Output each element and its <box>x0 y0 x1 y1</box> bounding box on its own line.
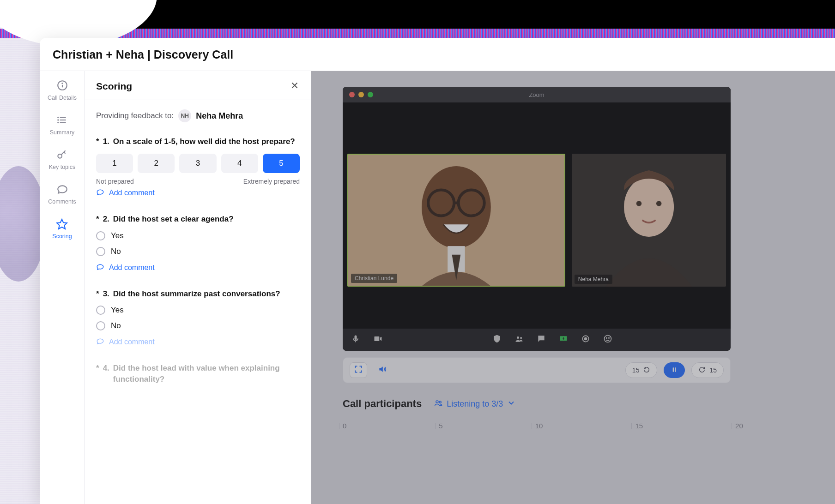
radio-option-no[interactable]: No <box>96 247 300 256</box>
share-screen-icon[interactable] <box>559 334 568 345</box>
tick-20: 20 <box>735 422 743 430</box>
avatar: NH <box>178 109 191 122</box>
listening-dropdown[interactable]: Listening to 3/3 <box>434 398 516 410</box>
list-icon <box>56 114 68 127</box>
participants-icon[interactable] <box>514 334 524 345</box>
participant-tile-neha: Neha Mehra <box>572 154 726 287</box>
radio-option-yes[interactable]: Yes <box>96 306 300 315</box>
sidebar-item-label: Summary <box>50 129 74 136</box>
app-card: Christian + Neha | Discovery Call Call D… <box>40 38 835 504</box>
svg-line-11 <box>64 152 66 154</box>
svg-point-32 <box>609 338 610 339</box>
volume-button[interactable] <box>374 362 391 378</box>
svg-point-25 <box>517 336 519 339</box>
radio-label: No <box>111 321 121 330</box>
window-close-icon[interactable] <box>349 92 355 97</box>
question-number: 1. <box>103 136 109 147</box>
bg-black-band <box>129 0 835 29</box>
sidebar-item-summary[interactable]: Summary <box>50 114 74 136</box>
skip-back-button[interactable]: 15 <box>625 362 658 378</box>
tick-10: 10 <box>535 422 543 430</box>
comment-icon <box>96 188 104 198</box>
window-minimize-icon[interactable] <box>358 92 364 97</box>
radio-option-no[interactable]: No <box>96 321 300 330</box>
sidebar-item-key-topics[interactable]: Key topics <box>49 149 76 170</box>
svg-rect-33 <box>673 367 674 372</box>
window-maximize-icon[interactable] <box>368 92 373 97</box>
people-icon <box>434 398 443 410</box>
microphone-icon[interactable] <box>351 334 360 345</box>
tick-15: 15 <box>635 422 643 430</box>
scale-labels: Not prepared Extremely prepared <box>96 178 300 185</box>
reactions-icon[interactable] <box>603 334 612 345</box>
scale-option-3[interactable]: 3 <box>179 154 216 173</box>
skip-forward-label: 15 <box>709 366 717 374</box>
question-text-row: * 2. Did the host set a clear agenda? <box>96 214 300 225</box>
scale-option-5[interactable]: 5 <box>263 154 300 173</box>
add-comment-button[interactable]: Add comment <box>96 263 300 273</box>
question-text-row: * 1. On a scale of 1-5, how well did the… <box>96 136 300 147</box>
participant-video-neha <box>572 154 726 287</box>
svg-point-31 <box>606 338 607 339</box>
question-text: Did the host lead with value when explai… <box>113 363 300 385</box>
question-text: On a scale of 1-5, how well did the host… <box>113 136 295 147</box>
key-icon <box>56 149 68 162</box>
sidebar-item-label: Key topics <box>49 164 76 170</box>
svg-point-30 <box>605 336 611 342</box>
svg-point-36 <box>439 401 441 403</box>
close-icon <box>290 84 300 92</box>
participants-title: Call participants <box>343 398 422 410</box>
scoring-header: Scoring <box>85 71 311 100</box>
svg-point-35 <box>436 401 438 403</box>
radio-label: Yes <box>111 306 124 315</box>
radio-label: No <box>111 247 121 256</box>
comment-icon <box>96 337 104 347</box>
add-comment-label: Add comment <box>109 338 155 346</box>
scoring-panel: Scoring Providing feedback to: NH Neha M… <box>85 71 311 504</box>
video-icon[interactable] <box>373 334 382 345</box>
svg-point-8 <box>58 122 59 123</box>
radio-label: Yes <box>111 231 124 240</box>
record-icon[interactable] <box>581 334 590 345</box>
svg-point-16 <box>422 166 491 248</box>
traffic-lights <box>349 92 373 97</box>
volume-icon <box>378 365 387 376</box>
pause-icon <box>671 366 678 375</box>
scale-option-1[interactable]: 1 <box>96 154 133 173</box>
required-asterisk: * <box>96 136 99 147</box>
question-number: 4. <box>103 363 109 385</box>
scale-option-2[interactable]: 2 <box>138 154 175 173</box>
question-text-row: * 4. Did the host lead with value when e… <box>96 363 300 385</box>
skip-back-icon <box>643 366 650 375</box>
radio-icon <box>96 231 105 240</box>
sidebar-item-comments[interactable]: Comments <box>48 183 76 205</box>
close-button[interactable] <box>290 80 300 92</box>
participant-tile-christian: Christian Lunde <box>347 154 565 287</box>
scoring-title: Scoring <box>96 81 132 92</box>
tick-0: 0 <box>343 422 346 430</box>
player-bar-right: 15 15 <box>625 362 724 378</box>
svg-point-26 <box>520 337 522 339</box>
fullscreen-icon <box>354 365 363 376</box>
chat-icon[interactable] <box>537 334 546 345</box>
pause-button[interactable] <box>664 362 685 378</box>
svg-point-7 <box>58 120 59 120</box>
skip-forward-icon <box>698 366 706 375</box>
sidebar-item-call-details[interactable]: Call Details <box>48 79 77 101</box>
skip-forward-button[interactable]: 15 <box>691 362 724 378</box>
add-comment-button[interactable]: Add comment <box>96 337 300 347</box>
scale-option-4[interactable]: 4 <box>221 154 258 173</box>
listening-label: Listening to 3/3 <box>447 399 503 409</box>
add-comment-button[interactable]: Add comment <box>96 188 300 198</box>
svg-point-2 <box>62 83 62 84</box>
timeline-ticks: 0 5 10 15 20 <box>343 422 731 430</box>
shield-icon[interactable] <box>492 334 502 345</box>
participant-name-tag: Neha Mehra <box>575 275 612 284</box>
radio-option-yes[interactable]: Yes <box>96 231 300 240</box>
scoring-body: Providing feedback to: NH Neha Mehra * 1… <box>85 100 311 504</box>
feedback-recipient-row: Providing feedback to: NH Neha Mehra <box>96 109 300 122</box>
fullscreen-button[interactable] <box>350 362 367 378</box>
sidebar-item-scoring[interactable]: Scoring <box>52 218 72 240</box>
tick-5: 5 <box>439 422 442 430</box>
radio-icon <box>96 247 105 256</box>
